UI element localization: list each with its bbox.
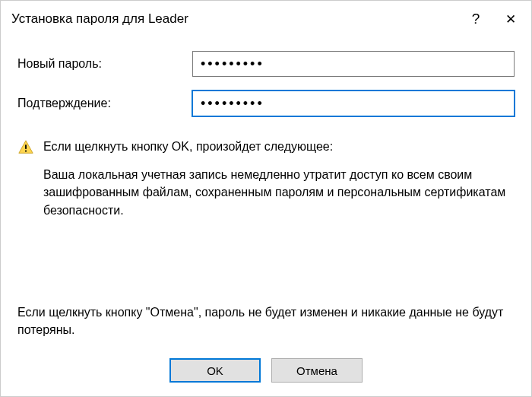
titlebar: Установка пароля для Leader ? ✕ — [1, 1, 531, 37]
warning-text: Если щелкнуть кнопку OK, произойдет след… — [43, 138, 515, 219]
warning-heading: Если щелкнуть кнопку OK, произойдет след… — [43, 138, 515, 155]
ok-button[interactable]: OK — [169, 358, 261, 383]
confirm-password-label: Подтверждение: — [17, 97, 192, 110]
confirm-password-row: Подтверждение: — [17, 91, 515, 116]
svg-rect-1 — [25, 151, 27, 152]
new-password-input[interactable] — [192, 51, 515, 77]
help-button[interactable]: ? — [458, 7, 493, 31]
password-dialog: Установка пароля для Leader ? ✕ Новый па… — [0, 0, 532, 397]
cancel-note: Если щелкнуть кнопку "Отмена", пароль не… — [17, 288, 515, 338]
warning-section: Если щелкнуть кнопку OK, произойдет след… — [17, 138, 515, 219]
confirm-password-input[interactable] — [192, 91, 515, 116]
new-password-row: Новый пароль: — [17, 51, 515, 77]
dialog-content: Новый пароль: Подтверждение: Если щелкну… — [1, 37, 531, 346]
warning-body: Ваша локальная учетная запись немедленно… — [43, 166, 515, 219]
button-row: OK Отмена — [1, 346, 531, 396]
warning-icon — [17, 139, 34, 156]
new-password-label: Новый пароль: — [17, 57, 192, 71]
svg-rect-0 — [25, 145, 27, 149]
cancel-button[interactable]: Отмена — [271, 358, 363, 383]
close-button[interactable]: ✕ — [493, 7, 528, 31]
dialog-title: Установка пароля для Leader — [11, 11, 458, 27]
